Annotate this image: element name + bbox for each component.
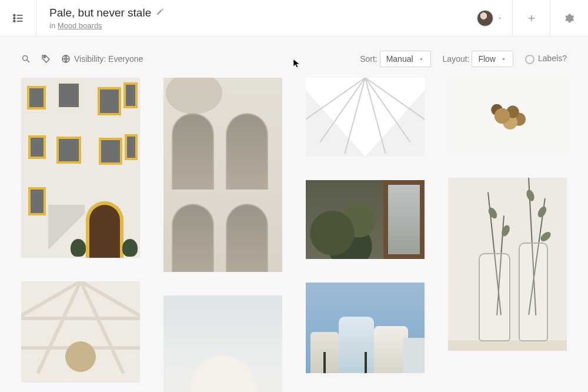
settings-button[interactable] xyxy=(550,0,588,36)
sort-value: Manual xyxy=(386,54,413,64)
gallery-item[interactable] xyxy=(306,283,425,373)
svg-line-7 xyxy=(27,60,29,62)
labels-toggle[interactable]: Labels? xyxy=(525,54,567,64)
toolbar-left: Visibility: Everyone xyxy=(21,54,143,64)
gear-icon xyxy=(564,13,574,24)
gallery-item[interactable] xyxy=(21,78,140,258)
add-button[interactable] xyxy=(513,0,550,36)
toolbar-right: Sort: Manual Layout: Flow Labels? xyxy=(360,51,567,67)
tag-filter-button[interactable] xyxy=(41,54,51,64)
list-icon xyxy=(12,12,24,24)
edit-title-button[interactable] xyxy=(156,8,164,18)
title-block: Pale, but never stale in Mood boards xyxy=(36,0,467,36)
svg-point-4 xyxy=(14,20,15,22)
svg-point-0 xyxy=(14,14,15,16)
gallery-column xyxy=(163,78,282,392)
search-button[interactable] xyxy=(21,54,31,64)
menu-button[interactable] xyxy=(0,0,36,36)
sort-group: Sort: Manual xyxy=(360,51,430,67)
breadcrumb: in Mood boards xyxy=(49,21,467,30)
svg-point-8 xyxy=(44,57,45,58)
header-right xyxy=(467,0,588,36)
tag-icon xyxy=(41,54,51,64)
sort-select[interactable]: Manual xyxy=(380,51,431,67)
layout-group: Layout: Flow xyxy=(443,51,513,67)
gallery-column xyxy=(306,78,425,392)
layout-value: Flow xyxy=(478,54,496,64)
layout-select[interactable]: Flow xyxy=(472,51,513,67)
gallery-item[interactable] xyxy=(163,78,282,272)
search-icon xyxy=(21,54,31,64)
gallery-item[interactable] xyxy=(21,281,140,383)
pencil-icon xyxy=(156,8,164,16)
gallery xyxy=(0,78,588,392)
sort-label: Sort: xyxy=(360,54,377,64)
gallery-column xyxy=(21,78,140,392)
gallery-item[interactable] xyxy=(306,180,425,259)
chevron-down-icon xyxy=(418,56,425,62)
chevron-down-icon xyxy=(497,15,503,21)
gallery-item[interactable] xyxy=(163,295,282,392)
radio-icon xyxy=(525,55,534,64)
toolbar: Visibility: Everyone Sort: Manual Layout… xyxy=(0,36,588,78)
board-title[interactable]: Pale, but never stale xyxy=(49,6,151,19)
visibility-button[interactable]: Visibility: Everyone xyxy=(61,54,143,64)
globe-icon xyxy=(61,54,71,64)
breadcrumb-link[interactable]: Mood boards xyxy=(58,21,102,30)
plus-icon xyxy=(526,13,537,24)
labels-label: Labels? xyxy=(538,54,567,63)
gallery-item[interactable] xyxy=(448,78,567,154)
avatar xyxy=(477,10,493,26)
layout-label: Layout: xyxy=(443,54,470,64)
app-header: Pale, but never stale in Mood boards xyxy=(0,0,588,36)
user-menu[interactable] xyxy=(467,0,513,36)
gallery-item[interactable] xyxy=(448,178,567,351)
svg-point-6 xyxy=(23,56,28,61)
visibility-label: Visibility: Everyone xyxy=(74,54,143,64)
gallery-column xyxy=(448,78,567,392)
breadcrumb-prefix: in xyxy=(49,21,58,30)
chevron-down-icon xyxy=(500,56,507,62)
svg-point-2 xyxy=(14,17,15,19)
gallery-item[interactable] xyxy=(306,78,425,157)
